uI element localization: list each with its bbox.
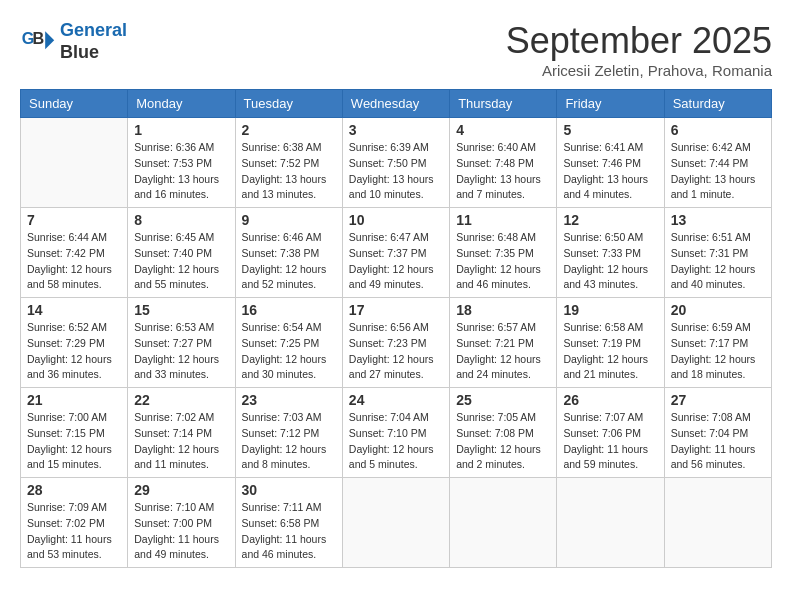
day-number: 18 xyxy=(456,302,550,318)
calendar-cell: 2Sunrise: 6:38 AMSunset: 7:52 PMDaylight… xyxy=(235,118,342,208)
calendar-cell: 1Sunrise: 6:36 AMSunset: 7:53 PMDaylight… xyxy=(128,118,235,208)
day-info: Sunrise: 6:36 AMSunset: 7:53 PMDaylight:… xyxy=(134,140,228,203)
calendar-cell xyxy=(664,478,771,568)
svg-text:B: B xyxy=(33,28,45,46)
day-info: Sunrise: 6:40 AMSunset: 7:48 PMDaylight:… xyxy=(456,140,550,203)
calendar-cell: 18Sunrise: 6:57 AMSunset: 7:21 PMDayligh… xyxy=(450,298,557,388)
weekday-header: Sunday xyxy=(21,90,128,118)
day-info: Sunrise: 6:38 AMSunset: 7:52 PMDaylight:… xyxy=(242,140,336,203)
day-number: 22 xyxy=(134,392,228,408)
day-info: Sunrise: 6:44 AMSunset: 7:42 PMDaylight:… xyxy=(27,230,121,293)
calendar-cell: 12Sunrise: 6:50 AMSunset: 7:33 PMDayligh… xyxy=(557,208,664,298)
day-info: Sunrise: 6:57 AMSunset: 7:21 PMDaylight:… xyxy=(456,320,550,383)
calendar-cell: 10Sunrise: 6:47 AMSunset: 7:37 PMDayligh… xyxy=(342,208,449,298)
day-info: Sunrise: 7:00 AMSunset: 7:15 PMDaylight:… xyxy=(27,410,121,473)
day-number: 11 xyxy=(456,212,550,228)
day-number: 15 xyxy=(134,302,228,318)
day-info: Sunrise: 6:47 AMSunset: 7:37 PMDaylight:… xyxy=(349,230,443,293)
day-info: Sunrise: 6:51 AMSunset: 7:31 PMDaylight:… xyxy=(671,230,765,293)
day-number: 27 xyxy=(671,392,765,408)
day-number: 19 xyxy=(563,302,657,318)
day-number: 28 xyxy=(27,482,121,498)
day-number: 26 xyxy=(563,392,657,408)
day-info: Sunrise: 7:09 AMSunset: 7:02 PMDaylight:… xyxy=(27,500,121,563)
weekday-header: Friday xyxy=(557,90,664,118)
day-info: Sunrise: 6:54 AMSunset: 7:25 PMDaylight:… xyxy=(242,320,336,383)
day-info: Sunrise: 7:11 AMSunset: 6:58 PMDaylight:… xyxy=(242,500,336,563)
location: Aricesii Zeletin, Prahova, Romania xyxy=(506,62,772,79)
calendar-cell: 11Sunrise: 6:48 AMSunset: 7:35 PMDayligh… xyxy=(450,208,557,298)
calendar-cell: 13Sunrise: 6:51 AMSunset: 7:31 PMDayligh… xyxy=(664,208,771,298)
day-number: 7 xyxy=(27,212,121,228)
title-block: September 2025 Aricesii Zeletin, Prahova… xyxy=(506,20,772,79)
calendar-cell: 9Sunrise: 6:46 AMSunset: 7:38 PMDaylight… xyxy=(235,208,342,298)
day-info: Sunrise: 7:02 AMSunset: 7:14 PMDaylight:… xyxy=(134,410,228,473)
calendar-cell: 4Sunrise: 6:40 AMSunset: 7:48 PMDaylight… xyxy=(450,118,557,208)
calendar-cell: 15Sunrise: 6:53 AMSunset: 7:27 PMDayligh… xyxy=(128,298,235,388)
day-number: 9 xyxy=(242,212,336,228)
weekday-header: Monday xyxy=(128,90,235,118)
calendar-cell: 6Sunrise: 6:42 AMSunset: 7:44 PMDaylight… xyxy=(664,118,771,208)
day-number: 25 xyxy=(456,392,550,408)
day-number: 10 xyxy=(349,212,443,228)
calendar-cell: 20Sunrise: 6:59 AMSunset: 7:17 PMDayligh… xyxy=(664,298,771,388)
day-info: Sunrise: 6:58 AMSunset: 7:19 PMDaylight:… xyxy=(563,320,657,383)
day-info: Sunrise: 6:53 AMSunset: 7:27 PMDaylight:… xyxy=(134,320,228,383)
day-number: 23 xyxy=(242,392,336,408)
day-number: 13 xyxy=(671,212,765,228)
svg-marker-2 xyxy=(45,31,54,49)
calendar-cell: 7Sunrise: 6:44 AMSunset: 7:42 PMDaylight… xyxy=(21,208,128,298)
day-number: 30 xyxy=(242,482,336,498)
calendar-cell xyxy=(450,478,557,568)
day-info: Sunrise: 7:05 AMSunset: 7:08 PMDaylight:… xyxy=(456,410,550,473)
day-info: Sunrise: 6:45 AMSunset: 7:40 PMDaylight:… xyxy=(134,230,228,293)
calendar-cell: 22Sunrise: 7:02 AMSunset: 7:14 PMDayligh… xyxy=(128,388,235,478)
day-number: 4 xyxy=(456,122,550,138)
calendar-cell: 24Sunrise: 7:04 AMSunset: 7:10 PMDayligh… xyxy=(342,388,449,478)
day-number: 6 xyxy=(671,122,765,138)
calendar-cell: 21Sunrise: 7:00 AMSunset: 7:15 PMDayligh… xyxy=(21,388,128,478)
calendar-cell: 19Sunrise: 6:58 AMSunset: 7:19 PMDayligh… xyxy=(557,298,664,388)
calendar-cell: 17Sunrise: 6:56 AMSunset: 7:23 PMDayligh… xyxy=(342,298,449,388)
day-number: 8 xyxy=(134,212,228,228)
logo: G B GeneralBlue xyxy=(20,20,127,63)
logo-text: GeneralBlue xyxy=(60,20,127,63)
day-number: 20 xyxy=(671,302,765,318)
day-info: Sunrise: 6:52 AMSunset: 7:29 PMDaylight:… xyxy=(27,320,121,383)
day-number: 17 xyxy=(349,302,443,318)
day-number: 29 xyxy=(134,482,228,498)
page-header: G B GeneralBlue September 2025 Aricesii … xyxy=(20,20,772,79)
calendar-cell xyxy=(21,118,128,208)
calendar-cell: 8Sunrise: 6:45 AMSunset: 7:40 PMDaylight… xyxy=(128,208,235,298)
day-info: Sunrise: 6:56 AMSunset: 7:23 PMDaylight:… xyxy=(349,320,443,383)
day-number: 16 xyxy=(242,302,336,318)
day-number: 12 xyxy=(563,212,657,228)
calendar-cell: 16Sunrise: 6:54 AMSunset: 7:25 PMDayligh… xyxy=(235,298,342,388)
calendar-cell: 5Sunrise: 6:41 AMSunset: 7:46 PMDaylight… xyxy=(557,118,664,208)
weekday-header: Saturday xyxy=(664,90,771,118)
day-info: Sunrise: 6:46 AMSunset: 7:38 PMDaylight:… xyxy=(242,230,336,293)
day-info: Sunrise: 6:39 AMSunset: 7:50 PMDaylight:… xyxy=(349,140,443,203)
calendar-cell: 14Sunrise: 6:52 AMSunset: 7:29 PMDayligh… xyxy=(21,298,128,388)
calendar-week-row: 1Sunrise: 6:36 AMSunset: 7:53 PMDaylight… xyxy=(21,118,772,208)
logo-icon: G B xyxy=(20,24,56,60)
calendar-cell: 28Sunrise: 7:09 AMSunset: 7:02 PMDayligh… xyxy=(21,478,128,568)
calendar-week-row: 14Sunrise: 6:52 AMSunset: 7:29 PMDayligh… xyxy=(21,298,772,388)
weekday-header: Tuesday xyxy=(235,90,342,118)
day-info: Sunrise: 6:50 AMSunset: 7:33 PMDaylight:… xyxy=(563,230,657,293)
day-number: 1 xyxy=(134,122,228,138)
day-number: 2 xyxy=(242,122,336,138)
day-info: Sunrise: 6:48 AMSunset: 7:35 PMDaylight:… xyxy=(456,230,550,293)
calendar-cell: 30Sunrise: 7:11 AMSunset: 6:58 PMDayligh… xyxy=(235,478,342,568)
day-number: 14 xyxy=(27,302,121,318)
calendar-header-row: SundayMondayTuesdayWednesdayThursdayFrid… xyxy=(21,90,772,118)
day-number: 3 xyxy=(349,122,443,138)
weekday-header: Thursday xyxy=(450,90,557,118)
calendar-cell: 23Sunrise: 7:03 AMSunset: 7:12 PMDayligh… xyxy=(235,388,342,478)
day-info: Sunrise: 7:07 AMSunset: 7:06 PMDaylight:… xyxy=(563,410,657,473)
calendar-cell: 26Sunrise: 7:07 AMSunset: 7:06 PMDayligh… xyxy=(557,388,664,478)
day-info: Sunrise: 6:59 AMSunset: 7:17 PMDaylight:… xyxy=(671,320,765,383)
calendar-week-row: 28Sunrise: 7:09 AMSunset: 7:02 PMDayligh… xyxy=(21,478,772,568)
calendar-cell xyxy=(342,478,449,568)
day-info: Sunrise: 7:04 AMSunset: 7:10 PMDaylight:… xyxy=(349,410,443,473)
